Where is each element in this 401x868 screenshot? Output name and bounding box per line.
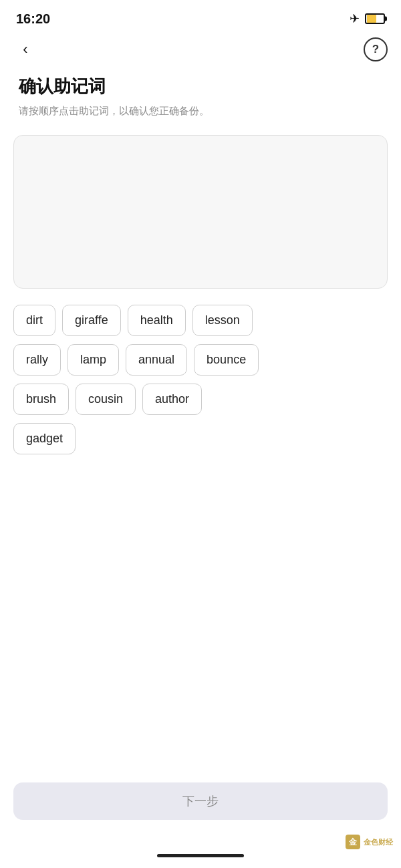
battery-fill xyxy=(367,15,376,23)
word-row-0: dirtgiraffehealthlesson xyxy=(13,305,388,336)
status-icons: ✈ xyxy=(350,11,385,26)
word-row-2: brushcousinauthor xyxy=(13,384,388,415)
airplane-icon: ✈ xyxy=(350,11,360,26)
word-chip-lamp[interactable]: lamp xyxy=(68,344,119,376)
status-time: 16:20 xyxy=(16,11,50,27)
word-chip-author[interactable]: author xyxy=(142,384,202,415)
battery-icon xyxy=(365,13,385,24)
watermark-label: 金色财经 xyxy=(364,837,393,847)
word-chip-health[interactable]: health xyxy=(128,305,186,336)
nav-bar: ‹ ? xyxy=(0,35,401,69)
word-chip-gadget[interactable]: gadget xyxy=(13,423,76,454)
status-bar: 16:20 ✈ xyxy=(0,0,401,35)
word-chip-lesson[interactable]: lesson xyxy=(192,305,253,336)
word-chip-dirt[interactable]: dirt xyxy=(13,305,55,336)
word-row-1: rallylampannualbounce xyxy=(13,344,388,376)
watermark-icon: 金 xyxy=(346,835,360,849)
confirmation-input-area xyxy=(13,135,388,289)
word-chip-rally[interactable]: rally xyxy=(13,344,61,376)
page-header: 确认助记词 请按顺序点击助记词，以确认您正确备份。 xyxy=(0,69,401,122)
word-chip-annual[interactable]: annual xyxy=(126,344,187,376)
word-chip-brush[interactable]: brush xyxy=(13,384,69,415)
word-row-3: gadget xyxy=(13,423,388,454)
home-indicator xyxy=(157,854,244,857)
back-button[interactable]: ‹ xyxy=(13,37,37,61)
word-chip-bounce[interactable]: bounce xyxy=(194,344,259,376)
word-chip-giraffe[interactable]: giraffe xyxy=(62,305,121,336)
watermark: 金 金色财经 xyxy=(346,835,393,849)
next-button[interactable]: 下一步 xyxy=(13,782,388,820)
help-button[interactable]: ? xyxy=(364,37,388,61)
page-title: 确认助记词 xyxy=(19,75,382,98)
word-chips-container: dirtgiraffehealthlessonrallylampannualbo… xyxy=(0,299,401,454)
word-chip-cousin[interactable]: cousin xyxy=(76,384,136,415)
page-subtitle: 请按顺序点击助记词，以确认您正确备份。 xyxy=(19,104,382,119)
